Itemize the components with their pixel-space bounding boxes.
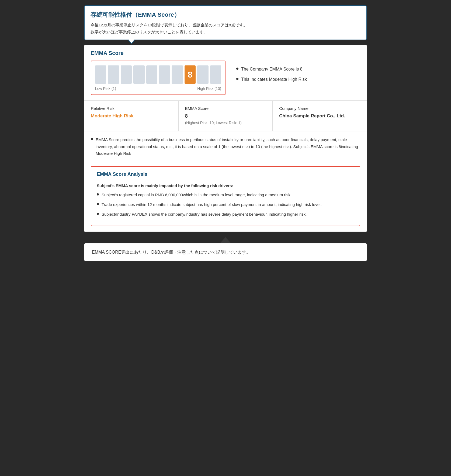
info-col-3: Company Name: China Sample Report Co., L… [273, 101, 367, 131]
analysis-bullet-2: Trade experiences within 12 months indic… [97, 201, 354, 208]
relative-risk-label: Relative Risk [91, 106, 172, 111]
bullet-text-2: This Indicates Moderate High Risk [241, 76, 307, 83]
analysis-dot-2 [97, 203, 99, 205]
tooltip-title: 存続可能性格付（EMMA Score） [91, 11, 360, 19]
desc-dot [91, 138, 93, 140]
gauge-box: 8 Low Risk (1) High Risk (10) [91, 61, 226, 95]
bottom-tooltip: EMMA SCORE算出にあたり、D&Bが評価・注意した点について説明しています… [84, 243, 367, 261]
analysis-title: EMMA Score Analysis [97, 172, 354, 180]
description-section: EMMA Score predicts the possibility of a… [84, 131, 367, 162]
score-labels: Low Risk (1) High Risk (10) [95, 86, 221, 91]
main-card: EMMA Score 8 [84, 45, 367, 232]
company-name-label: Company Name: [279, 106, 360, 111]
bottom-section: EMMA SCORE算出にあたり、D&Bが評価・注意した点について説明しています… [84, 237, 367, 261]
bottom-arrow-icon [220, 237, 231, 243]
score-label-high: High Risk (10) [197, 86, 221, 91]
tooltip-box: 存続可能性格付（EMMA Score） 今後12カ月の事業停止リスクを10段階で… [84, 5, 367, 40]
bullet-item-1: The Company EMMA Score is 8 [236, 66, 360, 72]
analysis-text-2: Trade experiences within 12 months indic… [102, 201, 322, 208]
score-section: 8 Low Risk (1) High Risk (10) The Compan… [84, 61, 367, 100]
info-col-1: Relative Risk Moderate High Risk [84, 101, 179, 131]
analysis-text-3: Subject/Industry PAYDEX shows the compan… [102, 211, 307, 218]
bullet-item-2: This Indicates Moderate High Risk [236, 76, 360, 83]
score-cell-4 [133, 65, 144, 84]
info-columns: Relative Risk Moderate High Risk EMMA Sc… [84, 100, 367, 131]
bullet-dot-2 [236, 78, 238, 80]
tooltip-line2: 数字が大いほど事業停止のリスクが大きいことを表しています。 [91, 29, 360, 36]
bullet-text-1: The Company EMMA Score is 8 [241, 66, 303, 72]
score-cell-3 [121, 65, 132, 84]
bottom-tooltip-text: EMMA SCORE算出にあたり、D&Bが評価・注意した点について説明しています… [92, 250, 251, 254]
emma-score-header: EMMA Score [84, 45, 367, 56]
score-cell-10 [210, 65, 221, 84]
desc-text: EMMA Score predicts the possibility of a… [96, 136, 360, 157]
score-cell-6 [159, 65, 170, 84]
emma-score-sub: (Highest Risk: 10; Lowest Risk: 1) [185, 120, 266, 126]
analysis-box: EMMA Score Analysis Subject's EMMA score… [91, 166, 360, 226]
tooltip-line1: 今後12カ月の事業停止リスクを10段階で表示しており、当該企業のスコアは8点です… [91, 22, 360, 29]
score-bullets: The Company EMMA Score is 8 This Indicat… [236, 61, 360, 86]
score-cells: 8 [95, 65, 221, 84]
desc-bullet: EMMA Score predicts the possibility of a… [91, 136, 360, 157]
info-col-2: EMMA Score 8 (Highest Risk: 10; Lowest R… [179, 101, 273, 131]
score-cell-1 [95, 65, 106, 84]
emma-score-label: EMMA Score [185, 106, 266, 111]
tooltip-text: 今後12カ月の事業停止リスクを10段階で表示しており、当該企業のスコアは8点です… [91, 22, 360, 35]
analysis-bullet-3: Subject/Industry PAYDEX shows the compan… [97, 211, 354, 218]
score-cell-7 [172, 65, 183, 84]
score-cell-8-active: 8 [185, 65, 196, 84]
score-cell-9 [197, 65, 208, 84]
emma-score-title: EMMA Score [91, 50, 360, 56]
company-name-value: China Sample Report Co., Ltd. [279, 113, 360, 119]
analysis-bullet-1: Subject's registered capital is RMB 6,00… [97, 192, 354, 198]
analysis-subtitle: Subject's EMMA score is mainly impacted … [97, 183, 354, 188]
score-cell-5 [146, 65, 157, 84]
score-label-low: Low Risk (1) [95, 86, 116, 91]
bullet-dot-1 [236, 68, 238, 70]
relative-risk-value: Moderate High Risk [91, 113, 172, 119]
emma-score-number: 8 [185, 113, 266, 119]
analysis-dot-3 [97, 213, 99, 215]
gauge-container: 8 Low Risk (1) High Risk (10) [91, 61, 226, 95]
score-cell-2 [108, 65, 119, 84]
analysis-text-1: Subject's registered capital is RMB 6,00… [102, 192, 292, 198]
analysis-dot-1 [97, 193, 99, 195]
